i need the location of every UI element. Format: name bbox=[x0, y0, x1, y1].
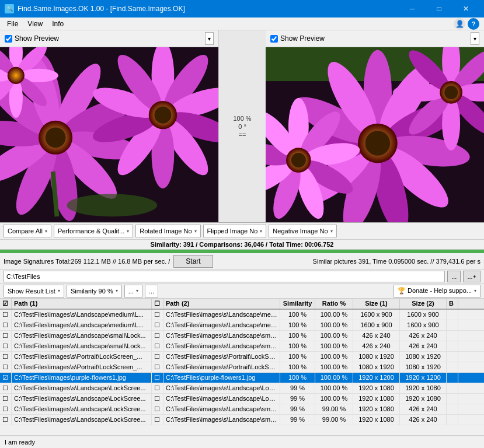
menu-info[interactable]: Info bbox=[47, 19, 68, 29]
table-row[interactable]: ☐ C:\TestFiles\images\s\Landscape\LockSc… bbox=[0, 383, 484, 394]
row-check2[interactable]: ☐ bbox=[152, 394, 163, 404]
row-check2[interactable]: ☐ bbox=[152, 383, 163, 393]
header-check1[interactable]: ☑ bbox=[0, 299, 12, 309]
row-size2: 1600 x 900 bbox=[400, 310, 447, 320]
left-show-preview-checkbox[interactable] bbox=[5, 35, 12, 43]
close-button[interactable]: ✕ bbox=[452, 0, 479, 18]
table-row[interactable]: ☐ C:\TestFiles\images\s\Landscape\small\… bbox=[0, 341, 484, 352]
table-row[interactable]: ☐ C:\TestFiles\images\s\Landscape\small\… bbox=[0, 331, 484, 341]
result-options-button2[interactable]: ... bbox=[145, 285, 158, 298]
row-b bbox=[447, 310, 458, 320]
maximize-button[interactable]: □ bbox=[426, 0, 452, 18]
row-check1[interactable]: ☐ bbox=[0, 404, 12, 414]
right-preview-image bbox=[266, 47, 484, 222]
compare-all-dropdown[interactable]: Compare All ▾ bbox=[4, 225, 51, 237]
table-row[interactable]: ☐ C:\TestFiles\images\s\Portrait\LockScr… bbox=[0, 352, 484, 362]
row-ratio: 100.00 % bbox=[315, 310, 353, 320]
row-size1: 1600 x 900 bbox=[353, 320, 400, 330]
comparison-degrees: 0 ° bbox=[238, 123, 246, 130]
row-path2: C:\TestFiles\images\s\Landscape\medi... bbox=[163, 320, 280, 330]
negative-image-dropdown[interactable]: Negative Image No ▾ bbox=[269, 225, 336, 237]
bottom-status-text: I am ready bbox=[5, 439, 35, 446]
table-row[interactable]: ☑ C:\TestFiles\images\purple-flowers1.jp… bbox=[0, 373, 484, 383]
row-path1: C:\TestFiles\images\purple-flowers1.jpg bbox=[12, 373, 152, 383]
donate-button[interactable]: 🏆 Donate - Help suppo... ▾ bbox=[394, 285, 480, 298]
row-check1[interactable]: ☐ bbox=[0, 362, 12, 372]
row-check2[interactable]: ☐ bbox=[152, 341, 163, 351]
row-check1[interactable]: ☐ bbox=[0, 415, 12, 425]
row-path2: C:\TestFiles\images\s\Landscape\small... bbox=[163, 415, 280, 425]
row-ratio: 100.00 % bbox=[315, 341, 353, 351]
row-path1: C:\TestFiles\images\s\Landscape\LockScre… bbox=[12, 383, 152, 393]
table-row[interactable]: ☐ C:\TestFiles\images\s\Portrait\LockScr… bbox=[0, 362, 484, 373]
header-check2[interactable]: ☐ bbox=[152, 299, 163, 309]
row-check1[interactable]: ☐ bbox=[0, 341, 12, 351]
path-input[interactable] bbox=[4, 271, 445, 282]
row-size1: 1080 x 1920 bbox=[353, 352, 400, 362]
title-bar-left: 🔍 Find.Same.Images.OK 1.00 - [Find.Same.… bbox=[5, 4, 185, 13]
row-check1[interactable]: ☐ bbox=[0, 331, 12, 341]
row-similarity: 100 % bbox=[280, 331, 315, 341]
row-check2[interactable]: ☐ bbox=[152, 415, 163, 425]
rotated-image-dropdown[interactable]: Rotated Image No ▾ bbox=[135, 225, 200, 237]
row-check1[interactable]: ☐ bbox=[0, 383, 12, 393]
row-similarity: 100 % bbox=[280, 320, 315, 330]
header-ratio: Ratio % bbox=[315, 299, 353, 309]
show-result-list-dropdown[interactable]: Show Result List ▾ bbox=[4, 285, 64, 298]
row-check1[interactable]: ☐ bbox=[0, 352, 12, 362]
result-options-button1[interactable]: ... ▾ bbox=[124, 285, 142, 298]
row-check2[interactable]: ☐ bbox=[152, 320, 163, 330]
row-check2[interactable]: ☐ bbox=[152, 373, 163, 383]
compare-all-arrow: ▾ bbox=[45, 229, 47, 234]
row-similarity: 100 % bbox=[280, 310, 315, 320]
path-browse-button[interactable]: ... bbox=[447, 271, 461, 282]
left-preview-dropdown[interactable]: ▾ bbox=[205, 32, 214, 45]
row-check1[interactable]: ☐ bbox=[0, 310, 12, 320]
row-path2: C:\TestFiles\images\s\Landscape\medi... bbox=[163, 310, 280, 320]
minimize-button[interactable]: ─ bbox=[399, 0, 426, 18]
header-b: B bbox=[447, 299, 458, 309]
title-bar-text: Find.Same.Images.OK 1.00 - [Find.Same.Im… bbox=[18, 5, 185, 13]
row-path2: C:\TestFiles\purple-flowers1.jpg bbox=[163, 373, 280, 383]
row-check1[interactable]: ☐ bbox=[0, 320, 12, 330]
table-header: ☑ Path (1) ☐ Path (2) Similarity Ratio %… bbox=[0, 299, 484, 310]
row-b bbox=[447, 352, 458, 362]
row-check2[interactable]: ☐ bbox=[152, 362, 163, 372]
row-b bbox=[447, 383, 458, 393]
table-row[interactable]: ☐ C:\TestFiles\images\s\Landscape\medium… bbox=[0, 320, 484, 331]
path-add-button[interactable]: ...+ bbox=[463, 271, 480, 282]
table-row[interactable]: ☐ C:\TestFiles\images\s\Landscape\medium… bbox=[0, 310, 484, 320]
row-check2[interactable]: ☐ bbox=[152, 310, 163, 320]
main-content: Show Preview ▾ bbox=[0, 30, 484, 448]
help-icon[interactable]: ? bbox=[468, 18, 479, 30]
row-check1[interactable]: ☑ bbox=[0, 373, 12, 383]
row-size2: 426 x 240 bbox=[400, 404, 447, 414]
row-size2: 426 x 240 bbox=[400, 331, 447, 341]
row-size2: 1920 x 1200 bbox=[400, 373, 447, 383]
row-path1: C:\TestFiles\images\s\Landscape\medium\L… bbox=[12, 310, 152, 320]
table-row[interactable]: ☐ C:\TestFiles\images\s\Landscape\LockSc… bbox=[0, 394, 484, 404]
start-button[interactable]: Start bbox=[173, 255, 213, 268]
row-check1[interactable]: ☐ bbox=[0, 394, 12, 404]
row-similarity: 99 % bbox=[280, 394, 315, 404]
row-check2[interactable]: ☐ bbox=[152, 352, 163, 362]
table-row[interactable]: ☐ C:\TestFiles\images\s\Landscape\LockSc… bbox=[0, 404, 484, 415]
svg-point-35 bbox=[67, 194, 157, 217]
row-similarity: 100 % bbox=[280, 362, 315, 372]
menu-view[interactable]: View bbox=[23, 19, 47, 29]
right-preview-dropdown[interactable]: ▾ bbox=[471, 32, 479, 45]
flipped-image-dropdown[interactable]: Flipped Image No ▾ bbox=[203, 225, 267, 237]
sig-right-text: Similar pictures 391, Time 0.095000 sec.… bbox=[313, 258, 480, 265]
table-container: ☑ Path (1) ☐ Path (2) Similarity Ratio %… bbox=[0, 299, 484, 435]
right-show-preview-checkbox[interactable] bbox=[270, 35, 278, 43]
similarity-dropdown[interactable]: Similarity 90 % ▾ bbox=[67, 285, 122, 298]
table-row[interactable]: ☐ C:\TestFiles\images\s\Landscape\LockSc… bbox=[0, 415, 484, 425]
sig-row: Image Signatures Total:269 112.1 MB // 1… bbox=[0, 253, 484, 270]
row-check2[interactable]: ☐ bbox=[152, 404, 163, 414]
row-similarity: 99 % bbox=[280, 383, 315, 393]
row-check2[interactable]: ☐ bbox=[152, 331, 163, 341]
menu-file[interactable]: File bbox=[2, 19, 23, 29]
row-size1: 1600 x 900 bbox=[353, 310, 400, 320]
performance-dropdown[interactable]: Performance & Qualit... ▾ bbox=[54, 225, 133, 237]
row-ratio: 100.00 % bbox=[315, 352, 353, 362]
